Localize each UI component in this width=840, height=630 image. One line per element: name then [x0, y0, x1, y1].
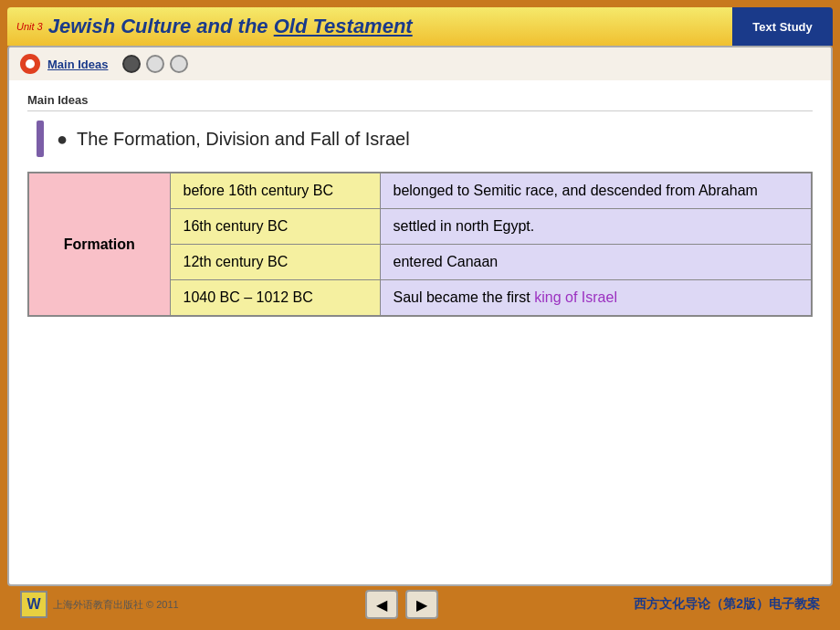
- nav-circles: [122, 55, 188, 73]
- time-cell-3: 1040 BC – 1012 BC: [170, 280, 380, 317]
- desc-cell-3: Saul became the first king of Israel: [380, 280, 812, 317]
- info-table: Formation before 16th century BC belonge…: [27, 172, 813, 317]
- nav-dot-icon: [20, 54, 40, 74]
- text-study-label: Text Study: [752, 20, 813, 34]
- text-study-tab[interactable]: Text Study: [732, 7, 833, 46]
- title-part1: Jewish Culture and the: [48, 15, 274, 37]
- nav-circle-1[interactable]: [122, 55, 141, 73]
- top-bar: Unit 3 Jewish Culture and the Old Testam…: [7, 7, 833, 46]
- publisher-logo: W 上海外语教育出版社 © 2011: [20, 591, 179, 618]
- bottom-title: 西方文化导论（第2版）电子教案: [634, 596, 820, 613]
- outer-frame: Unit 3 Jewish Culture and the Old Testam…: [0, 0, 840, 630]
- nav-circle-3[interactable]: [170, 55, 188, 73]
- title-area: Unit 3 Jewish Culture and the Old Testam…: [7, 7, 732, 46]
- main-idea-bullet: ● The Formation, Division and Fall of Is…: [37, 121, 813, 157]
- forward-button[interactable]: ▶: [405, 590, 438, 619]
- time-cell-1: 16th century BC: [170, 209, 380, 245]
- purple-bar-icon: [37, 121, 44, 157]
- table-row: Formation before 16th century BC belonge…: [28, 173, 812, 209]
- bottom-bar: W 上海外语教育出版社 © 2011 ◀ ▶ 西方文化导论（第2版）电子教案: [7, 586, 833, 623]
- inner-content: Main Ideas ● The Formation, Division and…: [9, 80, 831, 331]
- bullet-dot-icon: ●: [57, 129, 68, 150]
- unit-label: Unit 3: [16, 21, 43, 32]
- page-title: Jewish Culture and the Old Testament: [48, 15, 413, 38]
- desc-cell-2: entered Canaan: [380, 245, 812, 280]
- desc-cell-0: belonged to Semitic race, and descended …: [380, 173, 812, 209]
- nav-bar: Main Ideas: [9, 47, 831, 80]
- time-cell-0: before 16th century BC: [170, 173, 380, 209]
- formation-cell: Formation: [28, 173, 170, 316]
- publisher-text: 上海外语教育出版社 © 2011: [53, 598, 179, 612]
- nav-circle-2[interactable]: [146, 55, 164, 73]
- bullet-text: The Formation, Division and Fall of Isra…: [77, 129, 410, 150]
- content-wrapper: Main Ideas Main Ideas ● The Formation, D…: [7, 46, 833, 586]
- back-button[interactable]: ◀: [365, 590, 398, 619]
- title-old: Old Testament: [274, 15, 413, 37]
- bottom-nav-buttons: ◀ ▶: [365, 590, 438, 619]
- section-header: Main Ideas: [27, 89, 813, 111]
- w-logo-icon: W: [20, 591, 47, 618]
- desc-cell-1: settled in north Egypt.: [380, 209, 812, 245]
- king-of-israel-highlight: king of Israel: [534, 289, 617, 305]
- time-cell-2: 12th century BC: [170, 245, 380, 280]
- main-ideas-nav-link[interactable]: Main Ideas: [47, 58, 108, 71]
